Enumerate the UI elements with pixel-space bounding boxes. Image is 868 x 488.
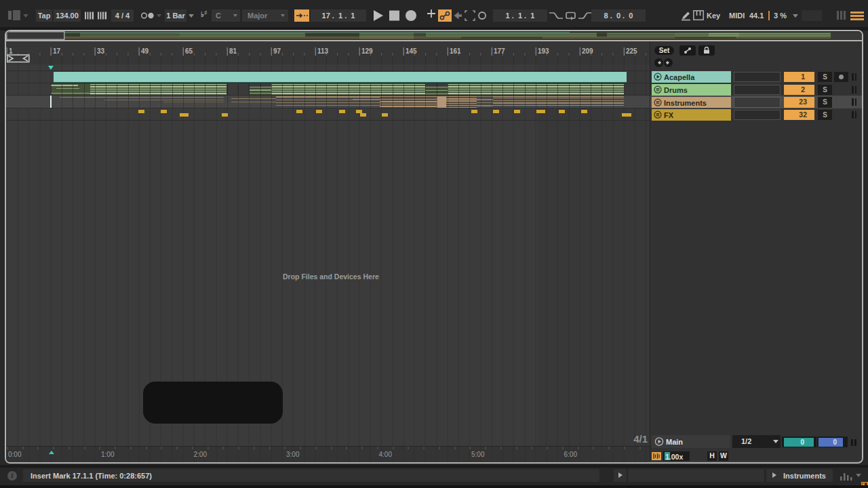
svg-text:Main: Main [666, 438, 683, 446]
svg-text:209: 209 [582, 47, 593, 55]
svg-text:33: 33 [97, 47, 105, 55]
svg-text:145: 145 [406, 47, 417, 55]
svg-text:129: 129 [361, 47, 373, 55]
svg-text:49: 49 [141, 47, 149, 55]
svg-text:Acapella: Acapella [664, 73, 695, 81]
svg-text:Drums: Drums [664, 86, 688, 94]
svg-text:193: 193 [538, 47, 549, 55]
svg-text:161: 161 [450, 47, 461, 55]
svg-text:FX: FX [664, 111, 674, 119]
svg-text:1: 1 [9, 47, 13, 55]
svg-text:Instruments: Instruments [664, 98, 707, 106]
svg-text:113: 113 [317, 47, 329, 55]
svg-text:65: 65 [185, 47, 193, 55]
svg-text:17: 17 [53, 47, 61, 55]
svg-text:81: 81 [229, 47, 237, 55]
svg-text:177: 177 [494, 47, 505, 55]
svg-text:97: 97 [273, 47, 281, 55]
svg-text:225: 225 [626, 47, 637, 55]
